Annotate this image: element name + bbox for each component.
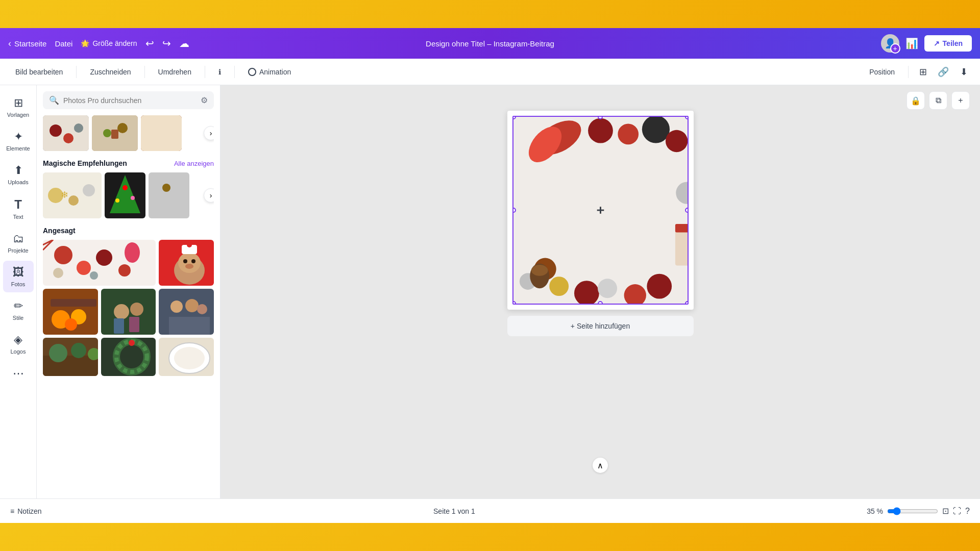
page-indicator: Seite 1 von 1 (433, 507, 475, 515)
svg-point-88 (647, 274, 672, 299)
add-collaborator-icon: + (890, 43, 900, 54)
svg-rect-46 (51, 299, 96, 307)
sidebar-item-elemente[interactable]: ✦ Elemente (3, 125, 34, 157)
edit-image-button[interactable]: Bild bearbeiten (8, 64, 70, 80)
resize-handle-mr[interactable] (685, 208, 689, 213)
fullscreen-button[interactable]: ⛶ (953, 507, 961, 516)
photo-panel: 🔍 ⚙ (37, 85, 220, 498)
gallery-thumb-3[interactable] (141, 115, 182, 151)
more-icon: ⋯ (13, 367, 24, 380)
trending-photo-wreath[interactable] (101, 338, 156, 376)
avatar-button[interactable]: 👤 + (881, 34, 899, 53)
analytics-icon[interactable]: 📊 (905, 37, 918, 49)
add-section-button[interactable]: + (951, 91, 970, 110)
magic-thumb-2[interactable] (105, 172, 145, 218)
trending-photo-family[interactable] (101, 289, 156, 335)
sidebar-label-uploads: Uploads (8, 179, 28, 185)
search-bar[interactable]: 🔍 ⚙ (43, 91, 214, 109)
flip-button[interactable]: Umdrehen (151, 64, 199, 80)
lock-button[interactable]: 🔒 (906, 91, 925, 110)
trending-photo-christmas[interactable] (43, 240, 156, 286)
download-icon-button[interactable]: ⬇ (955, 64, 972, 80)
filter-icon[interactable]: ⚙ (201, 95, 208, 105)
gallery-thumb-1[interactable] (43, 115, 89, 151)
svg-point-75 (665, 130, 687, 152)
sidebar-item-logos[interactable]: ◈ Logos (3, 328, 34, 360)
sidebar-item-stile[interactable]: ✏ Stile (3, 294, 34, 326)
fit-page-button[interactable]: ⊡ (942, 506, 949, 516)
trending-photo-plate[interactable] (159, 338, 214, 376)
trending-photo-dog[interactable] (159, 240, 214, 286)
magic-christmas-tree (105, 172, 145, 218)
resize-handle-br[interactable] (685, 301, 689, 305)
sidebar-item-more[interactable]: ⋯ (3, 362, 34, 385)
resize-handle-bl[interactable] (512, 301, 516, 305)
divider-4 (234, 66, 235, 78)
link-icon-button[interactable]: 🔗 (935, 64, 951, 80)
svg-point-86 (598, 279, 617, 298)
grid-icon-button[interactable]: ⊞ (915, 64, 931, 80)
search-input[interactable] (63, 96, 197, 105)
share-button[interactable]: ↗ Teilen (924, 35, 972, 52)
resize-button[interactable]: 🌟 Größe ändern (81, 39, 137, 47)
trending-grid-1 (43, 240, 214, 286)
zoom-slider[interactable] (887, 507, 938, 515)
svg-point-72 (588, 118, 613, 143)
redo-button[interactable]: ↪ (162, 37, 171, 49)
svg-point-21 (131, 196, 135, 200)
svg-point-38 (191, 259, 195, 263)
elements-icon: ✦ (14, 130, 23, 143)
home-button[interactable]: ‹ Startseite (8, 38, 46, 49)
notes-button[interactable]: ≡ Notizen (10, 507, 42, 515)
notes-icon: ≡ (10, 507, 14, 515)
selected-image-frame[interactable] (512, 116, 689, 305)
position-button[interactable]: Position (862, 64, 902, 80)
sidebar-label-fotos: Fotos (11, 281, 26, 287)
collapse-panel-button[interactable]: ∧ (593, 458, 608, 473)
animation-button[interactable]: Animation (241, 64, 298, 80)
info-button[interactable]: ℹ (211, 64, 228, 80)
trending-photo-pine[interactable] (43, 338, 98, 376)
svg-point-20 (115, 198, 119, 203)
divider-5 (908, 66, 909, 78)
gallery-thumb-2[interactable] (92, 115, 138, 151)
trending-photo-family2[interactable] (159, 289, 214, 335)
svg-point-54 (185, 299, 199, 312)
show-all-link[interactable]: Alle anzeigen (174, 160, 214, 167)
resize-handle-bm[interactable] (598, 301, 603, 305)
canvas-area: 🔒 ⧉ + (220, 85, 980, 498)
sidebar-item-vorlagen[interactable]: ⊞ Vorlagen (3, 91, 34, 123)
zoom-controls: 35 % ⊡ ⛶ ? (867, 506, 970, 516)
duplicate-button[interactable]: ⧉ (929, 91, 947, 110)
search-icon: 🔍 (49, 95, 59, 105)
svg-point-49 (130, 303, 143, 316)
sidebar-item-fotos[interactable]: 🖼 Fotos (3, 261, 34, 292)
file-menu[interactable]: Datei (55, 39, 72, 48)
gallery-scroll-next[interactable]: › (204, 126, 214, 140)
sidebar-item-text[interactable]: T Text (3, 192, 34, 225)
sidebar-item-projekte[interactable]: 🗂 Projekte (3, 227, 34, 259)
zoom-level: 35 % (867, 507, 883, 515)
svg-rect-8 (111, 130, 118, 139)
text-icon: T (14, 197, 22, 212)
svg-point-30 (118, 264, 131, 277)
svg-point-33 (125, 242, 140, 263)
sidebar-label-logos: Logos (11, 348, 26, 355)
svg-point-90 (531, 265, 548, 276)
trending-photo-fruits[interactable] (43, 289, 98, 335)
add-page-button[interactable]: + Seite hinzufügen (507, 316, 694, 336)
magic-thumb-3[interactable] (149, 172, 189, 218)
help-button[interactable]: ? (965, 507, 970, 516)
magic-gallery-next[interactable]: › (204, 188, 214, 203)
svg-text:❄: ❄ (61, 190, 68, 200)
crop-button[interactable]: Zuschneiden (83, 64, 138, 80)
svg-point-15 (83, 184, 95, 196)
svg-point-31 (53, 268, 63, 278)
svg-rect-78 (675, 224, 687, 232)
sidebar-item-uploads[interactable]: ⬆ Uploads (3, 159, 34, 190)
magic-thumb-1[interactable]: ❄ (43, 172, 102, 218)
undo-button[interactable]: ↩ (145, 37, 154, 49)
resize-label: Größe ändern (92, 39, 137, 47)
svg-point-7 (117, 123, 128, 133)
magic-section-header: Magische Empfehlungen Alle anzeigen (43, 159, 214, 167)
